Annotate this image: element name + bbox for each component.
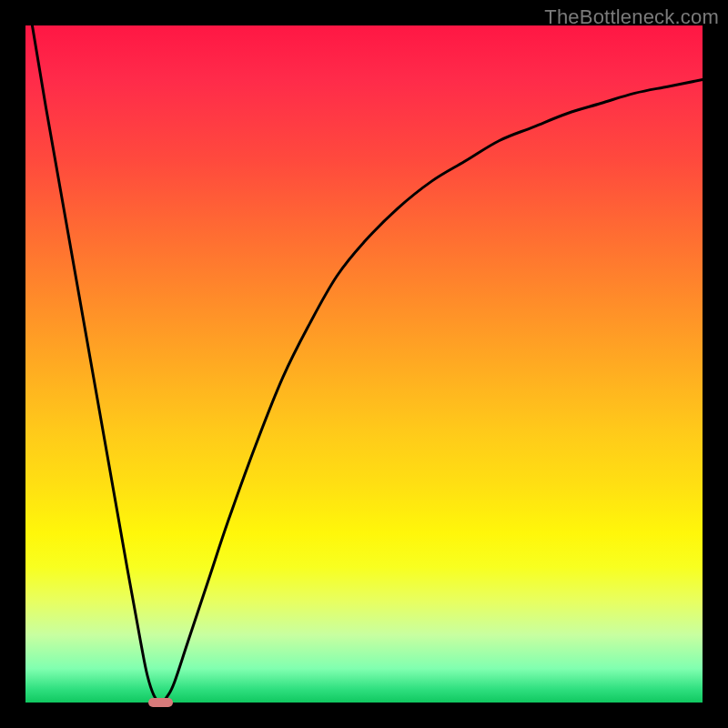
bottleneck-curve bbox=[32, 25, 703, 703]
curve-svg bbox=[25, 25, 703, 703]
chart-frame: TheBottleneck.com bbox=[0, 0, 728, 728]
minimum-marker bbox=[148, 698, 173, 707]
plot-area bbox=[25, 25, 703, 703]
watermark-text: TheBottleneck.com bbox=[544, 5, 719, 29]
